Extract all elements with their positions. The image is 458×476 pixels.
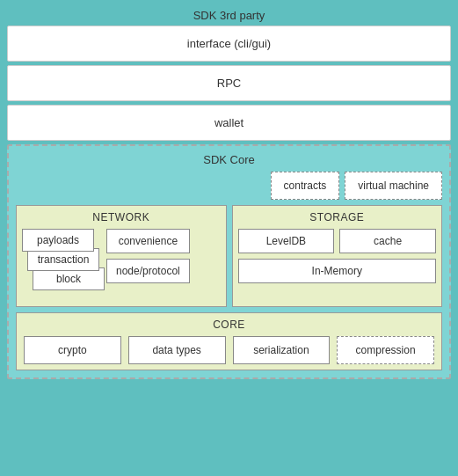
- interface-box: interface (cli/gui): [7, 26, 451, 62]
- sdk-core-label: SDK Core: [16, 153, 442, 166]
- cache-box: cache: [339, 229, 436, 253]
- contracts-vm-row: contracts virtual machine: [16, 172, 442, 200]
- network-items: payloads transaction block convenience n…: [22, 229, 221, 301]
- virtual-machine-box: virtual machine: [345, 172, 442, 200]
- network-right: convenience node/protocol: [106, 229, 190, 301]
- main-container: SDK 3rd party interface (cli/gui) RPC wa…: [0, 0, 458, 476]
- sdk-core-wrapper: SDK Core contracts virtual machine NETWO…: [7, 144, 451, 379]
- node-protocol-box: node/protocol: [106, 259, 190, 283]
- rpc-box: RPC: [7, 65, 451, 101]
- crypto-box: crypto: [24, 336, 121, 364]
- network-title: NETWORK: [22, 211, 221, 223]
- contracts-box: contracts: [271, 172, 340, 200]
- storage-panel: STORAGE LevelDB cache In-Memory: [232, 205, 443, 307]
- core-title: CORE: [24, 319, 434, 331]
- storage-items: LevelDB cache In-Memory: [238, 229, 437, 283]
- in-memory-box: In-Memory: [238, 259, 437, 283]
- convenience-box: convenience: [106, 229, 190, 253]
- core-items: crypto data types serialization compress…: [24, 336, 434, 364]
- network-panel: NETWORK payloads transaction block conve…: [16, 205, 227, 307]
- core-panel: CORE crypto data types serialization com…: [16, 312, 442, 370]
- stacked-container: payloads transaction block: [22, 229, 101, 301]
- data-types-box: data types: [128, 336, 226, 364]
- storage-row-1: LevelDB cache: [238, 229, 437, 253]
- payloads-box: payloads: [22, 229, 94, 252]
- serialization-box: serialization: [233, 336, 331, 364]
- network-left: payloads transaction block: [22, 229, 101, 301]
- compression-box: compression: [337, 336, 434, 364]
- leveldb-box: LevelDB: [238, 229, 335, 253]
- network-storage-row: NETWORK payloads transaction block conve…: [16, 205, 442, 307]
- storage-title: STORAGE: [238, 211, 437, 223]
- storage-row-2: In-Memory: [238, 259, 437, 283]
- sdk-3rdparty-label: SDK 3rd party: [7, 7, 451, 22]
- wallet-box: wallet: [7, 105, 451, 141]
